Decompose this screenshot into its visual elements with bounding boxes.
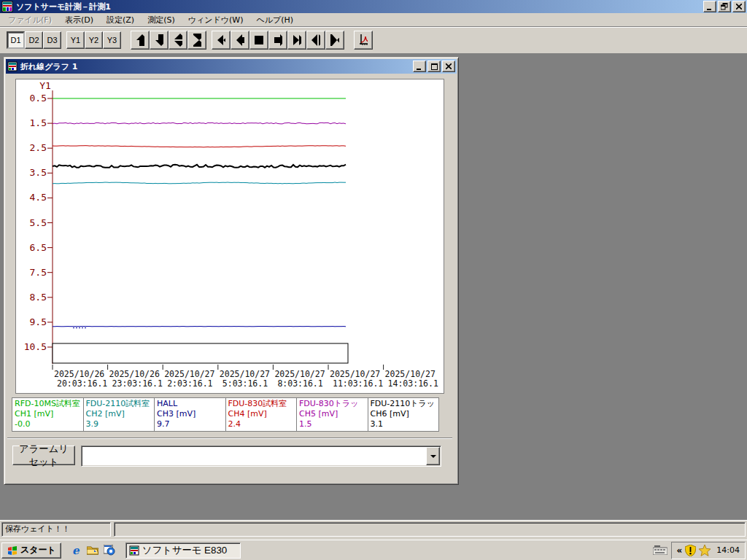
- tray-chevron-button[interactable]: «: [677, 545, 683, 556]
- restore-icon: [721, 3, 728, 10]
- expand-horizontal-icon: [311, 34, 320, 47]
- expand-vertical-icon: [174, 34, 182, 47]
- divider: [7, 438, 452, 439]
- channel-unit: CH4 [mV]: [228, 409, 295, 419]
- toolbar-y1-button[interactable]: Y1: [66, 31, 85, 49]
- svg-text:5.5: 5.5: [30, 217, 47, 228]
- minimize-icon: [707, 4, 713, 10]
- right-arrow-icon: [274, 34, 282, 47]
- alarm-combobox-dropdown-button[interactable]: [426, 447, 440, 465]
- close-icon: [446, 63, 452, 69]
- minimize-icon: [417, 63, 422, 70]
- folder-icon[interactable]: [87, 545, 98, 556]
- app-window: ソフトサーモ計測－計測1 ファイル(F) 表示(D) 設定(Z) 測定(S) ウ…: [0, 0, 747, 540]
- toolbar-d2-button[interactable]: D2: [25, 31, 43, 49]
- task-app-icon: [129, 545, 139, 556]
- svg-text:10.5: 10.5: [24, 341, 47, 352]
- app-icon: [1, 1, 13, 12]
- channel-unit: CH3 [mV]: [157, 409, 223, 419]
- keyboard-icon[interactable]: [653, 545, 667, 555]
- svg-text:4.5: 4.5: [30, 192, 47, 203]
- expand-horizontal-button[interactable]: [306, 31, 325, 50]
- stop-button[interactable]: [249, 31, 268, 50]
- step-forward-button[interactable]: [268, 31, 287, 50]
- stop-icon: [255, 36, 263, 44]
- alarm-reset-button[interactable]: アラームリセット: [12, 446, 75, 465]
- menu-window[interactable]: ウィンドウ(W): [182, 13, 250, 27]
- left-arrow-icon: [236, 34, 244, 47]
- svg-text:5:03:16.1: 5:03:16.1: [222, 378, 268, 389]
- menu-view[interactable]: 表示(D): [58, 13, 100, 27]
- channel-name: FDU-2110試料室: [86, 399, 152, 409]
- start-button[interactable]: スタート: [1, 542, 61, 559]
- channel-name: HALL: [157, 399, 223, 409]
- compress-horizontal-button[interactable]: [325, 31, 344, 50]
- channel-value: -0.0: [15, 419, 81, 429]
- compress-vertical-button[interactable]: [187, 31, 206, 50]
- svg-text:8.5: 8.5: [30, 292, 47, 303]
- graph-window-title: 折れ線グラフ 1: [20, 61, 411, 72]
- graph-tool-icon: [359, 34, 368, 47]
- legend-cell: FDU-830トラッCH5 [mV]1.5: [296, 398, 368, 431]
- scroll-up-button[interactable]: [131, 31, 150, 50]
- menu-measure[interactable]: 測定(S): [141, 13, 182, 27]
- scroll-down-button[interactable]: [150, 31, 169, 50]
- toolbar-d3-button[interactable]: D3: [43, 31, 61, 49]
- ie-icon[interactable]: e: [70, 545, 82, 556]
- svg-text:2:03:16.1: 2:03:16.1: [167, 378, 212, 389]
- minimize-button[interactable]: [703, 1, 716, 12]
- graph-window: 折れ線グラフ 1: [4, 57, 459, 485]
- security-shield-icon[interactable]: [685, 545, 696, 556]
- channel-name: FDU-830トラッ: [299, 399, 365, 409]
- toolbar-y3-button[interactable]: Y3: [103, 31, 121, 49]
- svg-text:3.5: 3.5: [30, 167, 47, 178]
- task-button-softthermo[interactable]: ソフトサーモ E830: [125, 542, 241, 559]
- status-panel-empty: [114, 522, 746, 537]
- graph-minimize-button[interactable]: [413, 61, 426, 72]
- fast-rewind-button[interactable]: [212, 31, 231, 50]
- channel-value: 3.9: [86, 419, 152, 429]
- restore-button[interactable]: [718, 1, 731, 12]
- graph-window-icon: [7, 61, 18, 71]
- svg-text:2025/10/27: 2025/10/27: [330, 369, 380, 379]
- toolbar-y2-button[interactable]: Y2: [85, 31, 103, 49]
- close-button[interactable]: [732, 1, 746, 12]
- expand-vertical-button[interactable]: [169, 31, 187, 50]
- legend-cell: RFD-10MS試料室CH1 [mV]-0.0: [12, 398, 83, 431]
- svg-text:Y1: Y1: [39, 80, 51, 91]
- legend-table: RFD-10MS試料室CH1 [mV]-0.0FDU-2110試料室CH2 [m…: [12, 397, 439, 432]
- close-icon: [736, 4, 742, 9]
- graph-tool-button[interactable]: [354, 31, 373, 50]
- channel-name: FDU-2110トラッ: [371, 399, 437, 409]
- graph-maximize-button[interactable]: [427, 61, 441, 72]
- channel-unit: CH5 [mV]: [299, 409, 365, 419]
- mdi-area: 折れ線グラフ 1: [0, 53, 747, 520]
- legend-cell: FDU-830試料室CH4 [mV]2.4: [225, 398, 297, 431]
- svg-text:14:03:16.1: 14:03:16.1: [388, 378, 438, 389]
- svg-text:2.5: 2.5: [30, 142, 47, 153]
- status-message: 保存ウェイト！！: [1, 522, 111, 537]
- menu-settings[interactable]: 設定(Z): [100, 13, 141, 27]
- menu-help[interactable]: ヘルプ(H): [249, 13, 300, 27]
- tray-zone: « 14:04: [653, 542, 746, 559]
- legend-cell: FDU-2110トラッCH6 [mV]3.1: [368, 398, 439, 431]
- step-back-button[interactable]: [231, 31, 249, 50]
- svg-text:6.5: 6.5: [30, 242, 47, 253]
- windows-logo-icon: [7, 545, 18, 556]
- chevron-down-icon: [430, 455, 436, 458]
- channel-unit: CH6 [mV]: [371, 409, 437, 419]
- channel-value: 9.7: [157, 419, 223, 429]
- compress-horizontal-icon: [330, 34, 339, 47]
- graph-close-button[interactable]: [442, 61, 455, 72]
- ie-page-icon[interactable]: [104, 545, 115, 556]
- star-icon[interactable]: [699, 545, 711, 556]
- toolbar-d1-button[interactable]: D1: [7, 31, 25, 49]
- alarm-combobox[interactable]: [81, 446, 441, 467]
- title-bar: ソフトサーモ計測－計測1: [0, 0, 747, 13]
- up-arrow-icon: [136, 34, 144, 47]
- system-tray: « 14:04: [671, 542, 746, 559]
- menu-file: ファイル(F): [1, 13, 58, 27]
- toolbar: D1 D2 D3 Y1 Y2 Y3: [0, 26, 747, 53]
- svg-text:9.5: 9.5: [30, 316, 47, 327]
- fast-forward-button[interactable]: [287, 31, 306, 50]
